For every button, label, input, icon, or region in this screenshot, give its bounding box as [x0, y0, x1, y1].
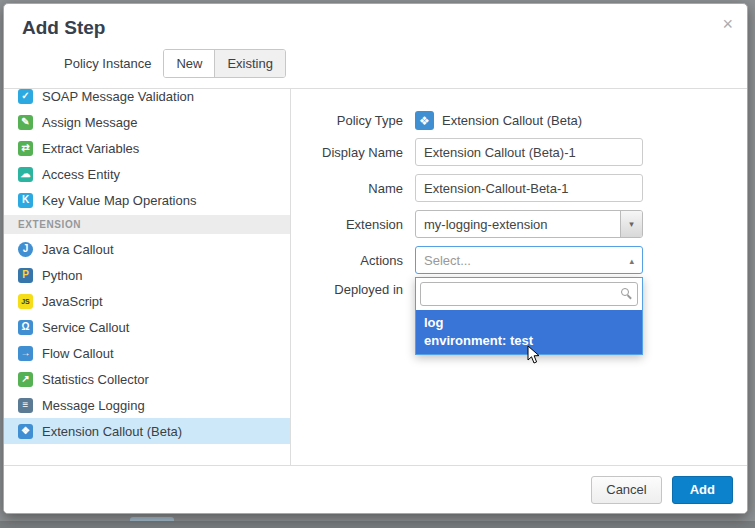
policy-list-extension: JJava CalloutPPythonJSJavaScriptΩService… — [4, 236, 290, 444]
list-item-label: Key Value Map Operations — [42, 193, 196, 208]
search-icon — [621, 288, 629, 296]
list-item[interactable]: ↗Statistics Collector — [4, 366, 290, 392]
actions-select-placeholder: Select... — [424, 253, 471, 268]
page-title: Add Step — [22, 17, 729, 39]
add-step-modal: Add Step × Policy Instance New Existing … — [3, 3, 748, 514]
cancel-button[interactable]: Cancel — [591, 476, 661, 504]
assign-message-icon: ✎ — [18, 115, 33, 130]
actions-row: Actions Select... ▴ logenvironment: test — [291, 246, 747, 274]
list-item-label: Message Logging — [42, 398, 145, 413]
extension-label: Extension — [291, 217, 403, 232]
list-item[interactable]: ✓SOAP Message Validation — [4, 89, 290, 109]
modal-body: ✓SOAP Message Validation✎Assign Message⇄… — [4, 88, 747, 465]
policy-instance-row: Policy Instance New Existing — [4, 43, 747, 88]
key-value-map-operations-icon: K — [18, 193, 33, 208]
list-item[interactable]: JJava Callout — [4, 236, 290, 262]
policy-type-row: Policy Type ❖ Extension Callout (Beta) — [291, 111, 747, 130]
list-item[interactable]: →Flow Callout — [4, 340, 290, 366]
list-item[interactable]: ΩService Callout — [4, 314, 290, 340]
list-item-label: Assign Message — [42, 115, 137, 130]
modal-header: Add Step × — [4, 4, 747, 43]
flow-callout-icon: → — [18, 346, 33, 361]
name-label: Name — [291, 181, 403, 196]
dropdown-option-detail: environment: test — [424, 332, 634, 350]
list-item-label: Java Callout — [42, 242, 114, 257]
list-item-label: Service Callout — [42, 320, 129, 335]
extension-callout-icon: ❖ — [415, 111, 434, 130]
screen: Add Step × Policy Instance New Existing … — [0, 0, 755, 528]
chevron-down-icon[interactable]: ▾ — [620, 211, 642, 237]
list-item[interactable]: ⇄Extract Variables — [4, 135, 290, 161]
list-item[interactable]: JSJavaScript — [4, 288, 290, 314]
actions-label: Actions — [291, 253, 403, 268]
policy-instance-label: Policy Instance — [64, 56, 151, 71]
tab-existing[interactable]: Existing — [214, 50, 285, 77]
list-item-label: Extract Variables — [42, 141, 139, 156]
background-page-edge — [0, 521, 755, 528]
display-name-field[interactable] — [415, 138, 643, 166]
extract-variables-icon: ⇄ — [18, 141, 33, 156]
add-button[interactable]: Add — [672, 476, 733, 504]
actions-dropdown: logenvironment: test — [415, 277, 643, 355]
name-field[interactable] — [415, 174, 643, 202]
extension-section-header: EXTENSION — [4, 215, 290, 234]
extension-callout-icon: ❖ — [18, 424, 33, 439]
actions-dropdown-search — [416, 278, 642, 310]
list-item-label: Access Entity — [42, 167, 120, 182]
policy-type-text: Extension Callout (Beta) — [442, 113, 582, 128]
policy-instance-toggle: New Existing — [163, 49, 286, 78]
tab-new[interactable]: New — [164, 50, 214, 77]
actions-select-wrap: Select... ▴ logenvironment: test — [415, 246, 643, 274]
list-item[interactable]: ☁Access Entity — [4, 161, 290, 187]
list-item[interactable]: ✎Assign Message — [4, 109, 290, 135]
list-item-label: JavaScript — [42, 294, 103, 309]
extension-select[interactable]: my-logging-extension ▾ — [415, 210, 643, 238]
dropdown-option-name: log — [424, 314, 634, 332]
deployed-in-label: Deployed in — [291, 282, 403, 297]
actions-select[interactable]: Select... ▴ — [415, 246, 643, 274]
policy-form-panel: Policy Type ❖ Extension Callout (Beta) D… — [291, 89, 747, 465]
javascript-icon: JS — [18, 294, 33, 309]
policy-type-value: ❖ Extension Callout (Beta) — [415, 111, 582, 130]
list-item-label: SOAP Message Validation — [42, 89, 194, 104]
python-icon: P — [18, 268, 33, 283]
list-item[interactable]: KKey Value Map Operations — [4, 187, 290, 213]
policy-list: ✓SOAP Message Validation✎Assign Message⇄… — [4, 89, 291, 465]
access-entity-icon: ☁ — [18, 167, 33, 182]
message-logging-icon: ≡ — [18, 398, 33, 413]
name-row: Name — [291, 174, 747, 202]
list-item-label: Python — [42, 268, 82, 283]
extension-select-value: my-logging-extension — [424, 217, 548, 232]
display-name-row: Display Name — [291, 138, 747, 166]
display-name-label: Display Name — [291, 145, 403, 160]
java-callout-icon: J — [18, 242, 33, 257]
policy-list-top: ✓SOAP Message Validation✎Assign Message⇄… — [4, 89, 290, 213]
soap-message-validation-icon: ✓ — [18, 89, 33, 104]
list-item[interactable]: PPython — [4, 262, 290, 288]
extension-row: Extension my-logging-extension ▾ — [291, 210, 747, 238]
actions-dropdown-results: logenvironment: test — [416, 310, 642, 354]
list-item-label: Extension Callout (Beta) — [42, 424, 182, 439]
chevron-up-icon: ▴ — [629, 256, 634, 266]
close-icon[interactable]: × — [722, 15, 733, 33]
list-item[interactable]: ≡Message Logging — [4, 392, 290, 418]
list-item-label: Statistics Collector — [42, 372, 149, 387]
modal-footer: Cancel Add — [4, 465, 747, 513]
statistics-collector-icon: ↗ — [18, 372, 33, 387]
search-input[interactable] — [420, 282, 638, 306]
list-item-label: Flow Callout — [42, 346, 114, 361]
dropdown-option[interactable]: logenvironment: test — [416, 310, 642, 354]
list-item[interactable]: ❖Extension Callout (Beta) — [4, 418, 290, 444]
service-callout-icon: Ω — [18, 320, 33, 335]
policy-type-label: Policy Type — [291, 113, 403, 128]
